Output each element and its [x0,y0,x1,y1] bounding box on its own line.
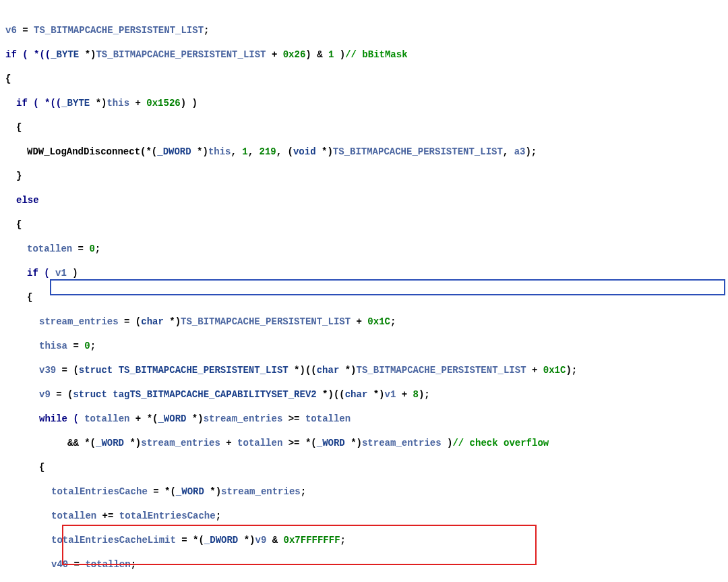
code-line: totalEntriesCache = *(_WORD *)stream_ent… [51,486,728,498]
code-line: { [5,73,728,85]
code-line: if ( *((_BYTE *)TS_BITMAPCACHE_PERSISTEN… [5,49,728,61]
code-line: thisa = 0; [39,340,728,352]
code-line: if ( v1 ) [27,267,728,279]
decompiled-code-view: v6 = TS_BITMAPCACHE_PERSISTENT_LIST; if … [0,0,728,582]
code-line: && *(_WORD *)stream_entries + totallen >… [39,437,728,449]
code-line: v40 = totallen; [51,558,728,571]
code-line: { [16,219,728,231]
code-line: totalEntriesCacheLimit = *(_DWORD *)v9 &… [51,534,728,546]
code-line: totallen = 0; [27,243,728,255]
code-line: stream_entries = (char *)TS_BITMAPCACHE_… [39,316,728,328]
code-line: { [16,121,728,134]
code-line: if ( *((_BYTE *)this + 0x1526) ) [16,97,728,109]
code-line: else [16,194,728,206]
code-line: } [16,170,728,182]
code-line: { [27,291,728,303]
code-line: WDW_LogAndDisconnect(*(_DWORD *)this, 1,… [27,146,728,158]
code-line: while ( totallen + *(_WORD *)stream_entr… [39,413,728,425]
code-line: v6 = TS_BITMAPCACHE_PERSISTENT_LIST; [5,24,728,36]
code-line: { [39,461,728,473]
code-line: v9 = (struct tagTS_BITMAPCACHE_CAPABILIT… [39,388,728,401]
code-line: v39 = (struct TS_BITMAPCACHE_PERSISTENT_… [39,364,728,376]
code-line: totallen += totalEntriesCache; [51,510,728,522]
